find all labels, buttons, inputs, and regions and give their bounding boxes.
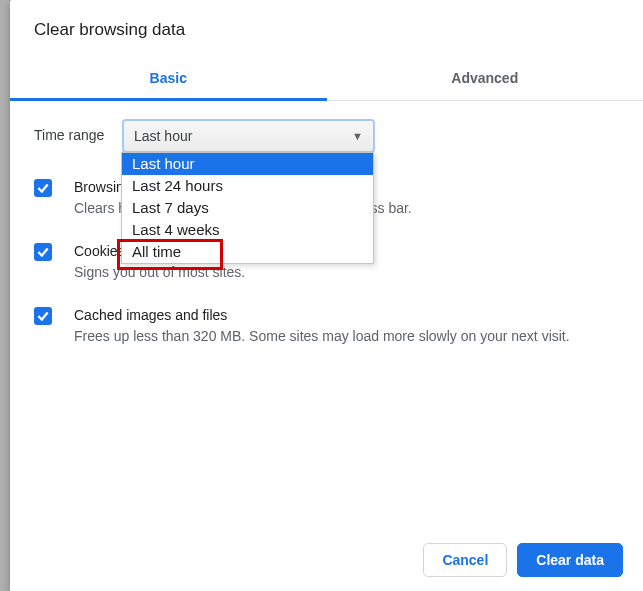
dialog-title: Clear browsing data (10, 0, 643, 58)
tab-label: Basic (150, 70, 187, 86)
check-icon (36, 309, 50, 323)
clear-data-button[interactable]: Clear data (517, 543, 623, 577)
check-icon (36, 245, 50, 259)
dialog-footer: Cancel Clear data (10, 529, 643, 591)
checkbox-desc: Signs you out of most sites. (74, 262, 619, 283)
checkbox-cache[interactable] (34, 307, 52, 325)
option-last-7-days[interactable]: Last 7 days (122, 197, 373, 219)
chevron-down-icon: ▼ (352, 130, 363, 142)
time-range-selected-value: Last hour (134, 128, 192, 144)
checkbox-cookies[interactable] (34, 243, 52, 261)
option-last-24-hours[interactable]: Last 24 hours (122, 175, 373, 197)
tab-label: Advanced (451, 70, 518, 86)
button-label: Cancel (442, 552, 488, 568)
time-range-label: Time range (34, 119, 122, 143)
checkbox-browsing-history[interactable] (34, 179, 52, 197)
time-range-dropdown: Last hour Last 24 hours Last 7 days Last… (121, 152, 374, 264)
option-all-time[interactable]: All time (122, 241, 373, 263)
checkbox-row-cache: Cached images and files Frees up less th… (34, 305, 619, 347)
clear-browsing-data-dialog: Clear browsing data Basic Advanced Time … (10, 0, 643, 591)
time-range-row: Time range Last hour ▼ (34, 119, 619, 153)
checkbox-desc: Frees up less than 320 MB. Some sites ma… (74, 326, 619, 347)
option-last-4-weeks[interactable]: Last 4 weeks (122, 219, 373, 241)
check-icon (36, 181, 50, 195)
checkbox-title: Cached images and files (74, 305, 619, 326)
tab-bar: Basic Advanced (10, 58, 643, 101)
tab-basic[interactable]: Basic (10, 58, 327, 100)
option-last-hour[interactable]: Last hour (122, 153, 373, 175)
tab-advanced[interactable]: Advanced (327, 58, 644, 100)
time-range-select[interactable]: Last hour ▼ (122, 119, 375, 153)
checkbox-text: Cached images and files Frees up less th… (74, 305, 619, 347)
cancel-button[interactable]: Cancel (423, 543, 507, 577)
button-label: Clear data (536, 552, 604, 568)
dialog-content: Time range Last hour ▼ Last hour Last 24… (10, 101, 643, 529)
